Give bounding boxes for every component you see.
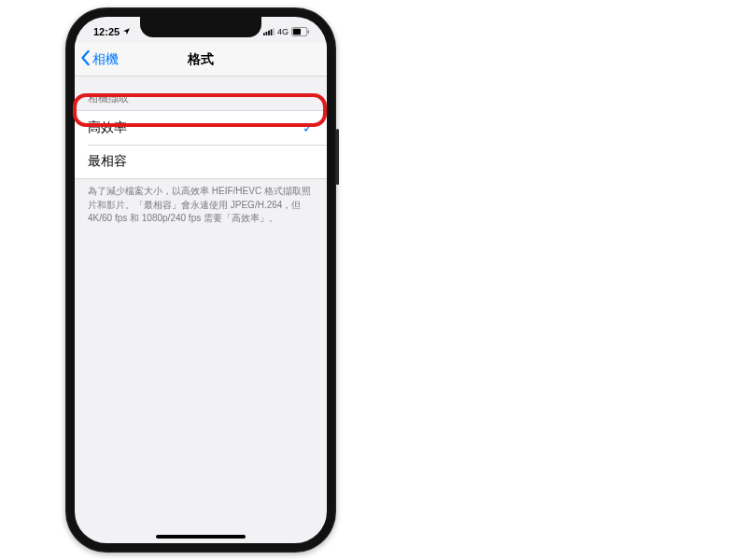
- svg-rect-3: [271, 29, 273, 35]
- options-list: 高效率 ✓ 最相容: [75, 110, 327, 179]
- nav-bar: 相機 格式: [75, 43, 327, 77]
- network-label: 4G: [277, 27, 289, 36]
- option-most-compatible[interactable]: 最相容: [75, 145, 327, 178]
- svg-rect-2: [268, 30, 270, 35]
- svg-rect-1: [266, 32, 268, 35]
- status-right: 4G: [263, 27, 310, 36]
- screen: 12:25 4G: [75, 17, 327, 543]
- content: 相機擷取 高效率 ✓ 最相容 為了減少檔案大小，以高效率 HEIF/HEVC 格…: [75, 77, 327, 543]
- notch: [140, 17, 261, 37]
- svg-rect-0: [263, 33, 265, 35]
- back-button[interactable]: 相機: [75, 49, 119, 69]
- svg-rect-6: [293, 28, 301, 34]
- option-high-efficiency[interactable]: 高效率 ✓: [75, 111, 327, 145]
- signal-icon: [263, 28, 275, 35]
- checkmark-icon: ✓: [303, 120, 314, 135]
- home-indicator[interactable]: [156, 535, 246, 539]
- section-header: 相機擷取: [75, 77, 327, 110]
- section-footer: 為了減少檔案大小，以高效率 HEIF/HEVC 格式擷取照片和影片。「最相容」會…: [75, 179, 327, 231]
- chevron-left-icon: [80, 49, 92, 69]
- option-label: 最相容: [88, 153, 127, 170]
- svg-rect-7: [308, 30, 309, 34]
- option-label: 高效率: [88, 119, 127, 136]
- svg-rect-4: [273, 28, 275, 35]
- battery-icon: [291, 27, 310, 36]
- phone-frame: 12:25 4G: [65, 7, 336, 553]
- status-left: 12:25: [93, 26, 131, 37]
- location-icon: [122, 27, 131, 35]
- back-label: 相機: [92, 51, 119, 68]
- status-time: 12:25: [93, 26, 120, 37]
